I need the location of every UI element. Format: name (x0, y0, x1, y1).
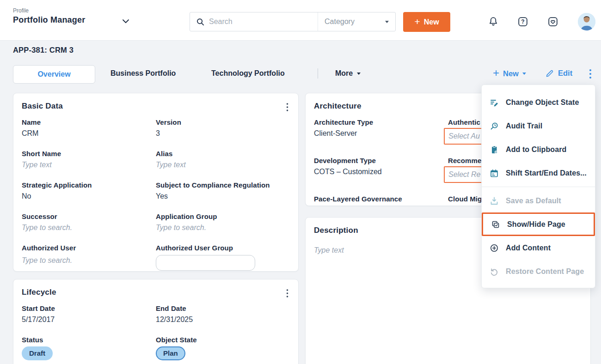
field-placeholder[interactable]: Type text (22, 161, 156, 169)
tab-more[interactable]: More (335, 69, 361, 78)
field-label: Object State (156, 336, 290, 344)
new-action-label: New (503, 69, 519, 78)
search-icon (196, 18, 205, 26)
field-short-name: Short Name Type text (22, 150, 156, 169)
show-hide-page-icon (491, 220, 500, 229)
menu-item-change-object-state[interactable]: Change Object State (482, 91, 595, 114)
audit-trail-icon (490, 121, 499, 131)
menu-item-add-content[interactable]: Add Content (482, 236, 595, 260)
menu-item-audit-trail[interactable]: Audit Trail (482, 114, 595, 138)
field-version: Version 3 (156, 118, 290, 138)
field-successor: Successor Type to search. (22, 212, 156, 232)
new-button-label: New (424, 18, 439, 26)
field-architecture-type: Architecture Type Client-Server (314, 118, 448, 145)
field-value[interactable]: 5/17/2017 (22, 315, 156, 324)
field-value[interactable]: 3 (156, 129, 290, 138)
basic-data-kebab-button[interactable] (283, 103, 291, 112)
field-value[interactable]: 12/31/2025 (156, 315, 290, 324)
avatar-image (578, 13, 595, 30)
field-start-date: Start Date 5/17/2017 (22, 304, 156, 324)
search-input[interactable] (209, 18, 306, 26)
field-alias: Alias Type text (156, 150, 290, 169)
field-object-state: Object State Plan (156, 336, 290, 360)
menu-item-save-as-default: Save as Default (482, 189, 595, 212)
chevron-down-icon[interactable] (121, 17, 130, 26)
profile-switcher[interactable]: Profile Portfolio Manager (13, 7, 85, 25)
favorites-heart-icon[interactable] (547, 16, 558, 27)
field-placeholder[interactable]: Type to search. (22, 224, 156, 232)
page-kebab-menu-button[interactable] (586, 68, 595, 79)
tab-business-portfolio[interactable]: Business Portfolio (110, 69, 176, 78)
field-value[interactable]: Yes (156, 192, 290, 200)
field-placeholder: Select Au (448, 132, 480, 140)
page-title: APP-381: CRM 3 (13, 46, 74, 55)
category-select-value: Category (325, 18, 355, 26)
object-state-badge[interactable]: Plan (156, 346, 185, 360)
menu-item-label: Audit Trail (506, 122, 542, 130)
field-pace-layered-governance: Pace-Layered Governance Select Pace-Laye… (314, 195, 448, 206)
status-badge[interactable]: Draft (22, 346, 53, 360)
menu-item-show-hide-page[interactable]: Show/Hide Page (482, 212, 595, 236)
tab-overview[interactable]: Overview (13, 65, 95, 84)
field-value[interactable]: No (22, 192, 156, 200)
field-label: Start Date (22, 304, 156, 312)
menu-item-label: Save as Default (506, 197, 561, 205)
basic-data-card: Basic Data Name CRM Version 3 Short Name… (13, 93, 299, 272)
field-placeholder[interactable]: Type to search. (156, 224, 290, 232)
field-authorized-user-group: Authorized User Group (156, 244, 290, 271)
field-development-type: Development Type COTS – Customized (314, 157, 448, 183)
tab-overview-label: Overview (37, 70, 70, 79)
field-placeholder[interactable]: Type to search. (22, 256, 156, 265)
field-placeholder[interactable]: Type text (156, 161, 290, 169)
kebab-icon (286, 289, 288, 298)
menu-item-label: Change Object State (506, 98, 579, 107)
field-value[interactable]: CRM (22, 129, 156, 138)
global-search: Category (190, 12, 396, 31)
caret-down-icon (357, 73, 361, 75)
lifecycle-kebab-button[interactable] (283, 289, 291, 298)
authorized-user-group-input[interactable] (156, 255, 255, 271)
field-label: Strategic Application (22, 181, 156, 189)
user-avatar[interactable] (578, 13, 595, 30)
notifications-bell-icon[interactable] (488, 16, 499, 27)
category-select[interactable]: Category (318, 12, 395, 31)
menu-item-restore-content-page: Restore Content Page (482, 260, 595, 283)
pencil-icon (546, 69, 554, 78)
new-action-button[interactable]: + New (493, 69, 526, 79)
field-label: Subject to Compliance Regulation (156, 181, 290, 189)
field-end-date: End Date 12/31/2025 (156, 304, 290, 324)
restore-content-page-icon (490, 267, 499, 276)
menu-divider (482, 187, 595, 187)
help-icon[interactable]: ? (517, 16, 528, 27)
field-label: Architecture Type (314, 118, 448, 126)
profile-name: Portfolio Manager (13, 15, 85, 25)
menu-item-shift-start-end-dates[interactable]: Shift Start/End Dates... (482, 161, 595, 185)
add-to-clipboard-icon (490, 145, 499, 154)
field-label: Successor (22, 212, 156, 220)
shift-dates-calendar-icon (490, 169, 499, 178)
field-label: Version (156, 118, 290, 126)
lifecycle-title: Lifecycle (22, 288, 290, 297)
svg-text:?: ? (521, 18, 524, 25)
menu-item-label: Show/Hide Page (507, 220, 565, 229)
menu-item-add-to-clipboard[interactable]: Add to Clipboard (482, 138, 595, 161)
caret-down-icon (385, 21, 389, 23)
plus-icon: + (493, 67, 499, 79)
edit-action-button[interactable]: Edit (546, 69, 572, 78)
tab-technology-portfolio[interactable]: Technology Portfolio (211, 69, 285, 78)
menu-item-label: Restore Content Page (506, 267, 584, 276)
add-content-icon (490, 243, 499, 253)
field-label: Authorized User Group (156, 244, 290, 252)
field-value[interactable]: Client-Server (314, 129, 448, 138)
field-label: Status (22, 336, 156, 344)
kebab-icon (286, 103, 288, 112)
field-label: Application Group (156, 212, 290, 220)
tabs-divider (318, 68, 318, 79)
field-subject-to-compliance-regulation: Subject to Compliance Regulation Yes (156, 181, 290, 200)
new-button[interactable]: + New (403, 12, 450, 32)
plus-icon: + (414, 17, 420, 26)
field-strategic-application: Strategic Application No (22, 181, 156, 200)
field-value[interactable]: COTS – Customized (314, 168, 448, 176)
edit-action-label: Edit (558, 69, 572, 78)
change-object-state-icon (490, 98, 499, 107)
